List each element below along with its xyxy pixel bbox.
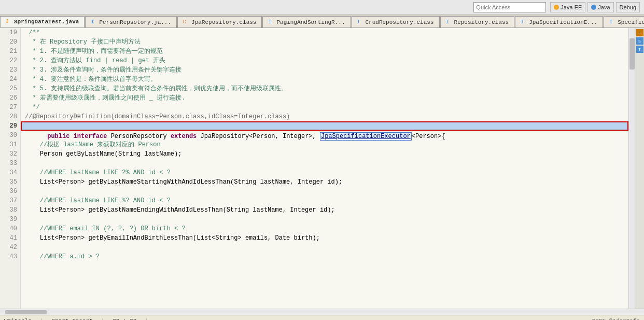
java-ee-button[interactable]: Java EE [550,2,585,12]
tab-icon-i3: I [357,19,363,25]
status-writable: Writable [4,318,32,321]
tab-label-person-repsotory: PersonRepsotory.ja... [99,19,171,25]
code-line-40: //WHERE email IN (?, ?, ?) OR birth < ? [21,224,628,233]
java-button[interactable]: Java [587,2,613,12]
status-smart-insert: Smart Insert [51,318,92,321]
tab-crud-repository[interactable]: I CrudRepository.class [352,16,440,27]
status-sep-2: | [101,318,105,321]
line-num-41: 41 [0,233,20,243]
code-line-23: * 3. 涉及条件查询时，条件的属性用条件关键字连接 [21,65,628,75]
right-icon-3[interactable]: T [636,46,643,53]
code-line-19: /** [21,28,628,37]
toolbar-icons: Java EE Java Debug [550,2,640,12]
line-num-19: 19 [0,28,20,37]
code-line-33 [21,159,628,168]
tab-bar: J SpringDataTest.java I PersonRepsotory.… [0,15,644,28]
java-ee-label: Java EE [561,4,582,10]
line-num-33: 33 [0,159,20,168]
tab-repository[interactable]: I Repository.class [440,16,515,27]
line-num-22: 22 [0,56,20,65]
code-line-36 [21,187,628,196]
scrollbar-thumb[interactable] [629,38,635,69]
status-bar: Writable | Smart Insert | 29 : 98 | CSDN… [0,315,644,320]
line-num-21: 21 [0,47,20,56]
code-line-22: * 2. 查询方法以 find | read | get 开头 [21,56,628,65]
line-num-39: 39 [0,215,20,224]
code-line-29: public interface PersonRepsotory extends… [21,121,628,131]
code-line-21: * 1. 不是随便声明的，而需要符合一定的规范 [21,47,628,56]
h-scrollbar-thumb[interactable] [5,310,47,314]
status-position: 29 : 98 [113,318,136,321]
editor-area: 19 20 21 22 23 24 25 26 27 28 29 30 31 3… [0,28,644,309]
line-num-35: 35 [0,177,20,187]
tab-label-jpa-repository: JpaRepository.class [191,19,256,25]
line-num-32: 32 [0,149,20,159]
tab-icon-i2: I [268,19,274,25]
line-num-34: 34 [0,168,20,177]
tab-icon-i6: I [609,19,615,25]
line-num-38: 38 [0,205,20,215]
horizontal-scrollbar[interactable] [0,309,644,315]
code-line-24: * 4. 要注意的是：条件属性以首字母大写。 [21,75,628,84]
code-line-27: */ [21,103,628,112]
line-num-23: 23 [0,65,20,75]
code-line-37: //WHERE lastName LIKE %? AND id < ? [21,196,628,205]
right-icon-2[interactable]: S [636,37,643,45]
tab-person-repsotory[interactable]: I PersonRepsotory.ja... [85,16,177,27]
line-num-40: 40 [0,224,20,233]
code-line-31: //根据 lastName 来获取对应的 Person [21,140,628,149]
line-num-27: 27 [0,103,20,112]
line-numbers: 19 20 21 22 23 24 25 26 27 28 29 30 31 3… [0,28,21,309]
tab-jpa-specification[interactable]: I JpaSpecificationE... [515,16,603,27]
tab-label-specification: Specification.class [618,19,644,25]
line-num-20: 20 [0,37,20,47]
tab-label-paging-sorting: PagingAndSortingR... [276,19,345,25]
code-line-25: * 5. 支持属性的级联查询。若当前类有符合条件的属性，则优先使用，而不使用级联… [21,84,628,93]
tab-icon-java: J [6,19,12,25]
h-scrollbar-track [0,310,644,315]
tab-paging-sorting[interactable]: I PagingAndSortingR... [262,16,351,27]
debug-label: Debug [620,4,636,10]
status-watermark: CSDN @AdamCafe [592,318,640,321]
line-num-31: 31 [0,140,20,149]
vertical-scrollbar[interactable] [628,28,635,309]
right-sidebar: J S T [635,28,644,309]
tab-icon-interface: I [91,19,97,25]
tab-jpa-repository[interactable]: C JpaRepository.class [177,16,262,27]
line-num-37: 37 [0,196,20,205]
tab-label-jpa-specification: JpaSpecificationE... [529,19,597,25]
code-line-20: * 在 Repository 子接口中声明方法 [21,37,628,47]
code-line-26: * 若需要使用级联属性，则属性之间使用 _ 进行连接. [21,93,628,103]
line-num-28: 28 [0,112,20,121]
code-line-35: List<Person> getByLastNameStartingWithAn… [21,177,628,187]
tab-specification[interactable]: I Specification.class [604,16,644,27]
line-num-26: 26 [0,93,20,103]
tab-icon-i5: I [521,19,527,25]
right-icon-1[interactable]: J [636,29,643,36]
tab-icon-i4: I [446,19,452,25]
line-num-43: 43 [0,252,20,261]
position-label: 29 : 98 [113,318,136,321]
code-line-42 [21,243,628,252]
line-num-29: 29 [0,121,20,131]
java-ee-icon [554,5,559,10]
code-line-43: //WHERE a.id > ? [21,252,628,261]
line-num-42: 42 [0,243,20,252]
top-toolbar: Java EE Java Debug [0,0,644,15]
line-num-25: 25 [0,84,20,93]
line-num-30: 30 [0,131,20,140]
line-num-36: 36 [0,187,20,196]
quick-access-input[interactable] [473,2,546,12]
tab-spring-data-test[interactable]: J SpringDataTest.java [0,16,85,27]
java-label: Java [598,4,610,10]
debug-button[interactable]: Debug [616,2,640,12]
code-editor[interactable]: /** * 在 Repository 子接口中声明方法 * 1. 不是随便声明的… [21,28,628,309]
tab-label-crud-repository: CrudRepository.class [366,19,434,25]
writable-label: Writable [4,318,32,321]
line-num-24: 24 [0,75,20,84]
watermark-label: CSDN @AdamCafe [592,318,640,321]
code-line-32: Person getByLastName(String lastName); [21,149,628,159]
tab-icon-class: C [183,19,189,25]
code-line-34: //WHERE lastName LIKE ?% AND id < ? [21,168,628,177]
tab-label-repository: Repository.class [454,19,509,25]
